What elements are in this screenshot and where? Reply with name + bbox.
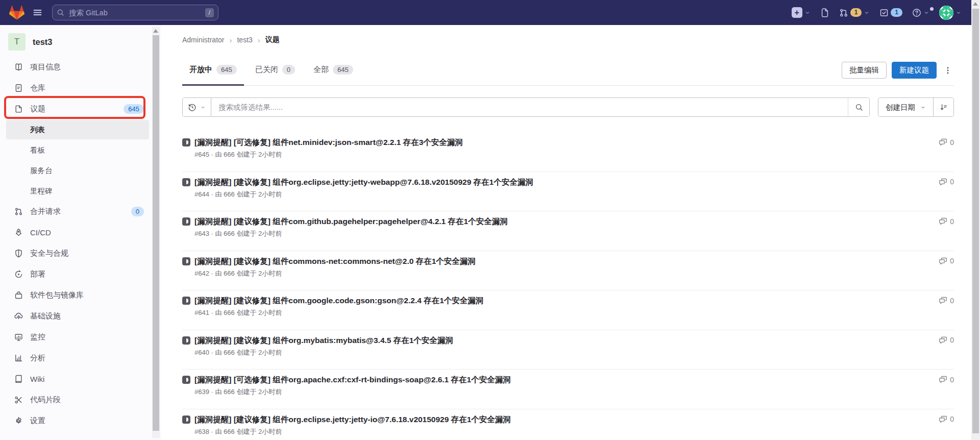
tab-全部[interactable]: 全部645 <box>306 65 360 86</box>
page-scrollbar-thumb[interactable] <box>972 9 979 433</box>
sidebar-item-monitor[interactable]: 监控 <box>6 327 149 348</box>
issue-comments-indicator[interactable]: 0 <box>939 257 954 265</box>
tab-label: 开放中 <box>189 65 212 75</box>
issue-meta: #640 · 由 666 创建于 2小时前 <box>194 348 939 357</box>
search-icon <box>57 9 64 16</box>
tab-开放中[interactable]: 开放中645 <box>182 65 244 86</box>
issue-row: [漏洞提醒] [建议修复] 组件com.google.code.gson:gso… <box>182 290 954 330</box>
tab-已关闭[interactable]: 已关闭0 <box>248 65 302 86</box>
help-button[interactable] <box>910 8 932 17</box>
issue-comments-indicator[interactable]: 0 <box>939 415 954 424</box>
scissors-icon <box>14 396 23 404</box>
issue-row: [漏洞提醒] [建议修复] 组件org.eclipse.jetty:jetty-… <box>182 172 954 212</box>
sidebar-item-merge-requests[interactable]: 合并请求 0 <box>6 201 149 222</box>
sidebar-scrollbar-thumb[interactable] <box>153 35 159 431</box>
issue-title-link[interactable]: [漏洞提醒] [建议修复] 组件org.eclipse.jetty:jetty-… <box>194 414 511 425</box>
new-issue-button[interactable]: 新建议题 <box>892 62 937 79</box>
sidebar-item-project-info[interactable]: 项目信息 <box>6 57 149 78</box>
issue-comments-indicator[interactable]: 0 <box>939 217 954 226</box>
filter-search-input[interactable] <box>211 98 848 116</box>
scroll-up-arrow-icon <box>973 2 978 6</box>
deploy-icon <box>14 270 23 279</box>
sidebar-item-milestones[interactable]: 里程碑 <box>6 181 149 201</box>
issue-title-link[interactable]: [漏洞提醒] [可选修复] 组件org.apache.cxf:cxf-rt-bi… <box>194 374 511 385</box>
sidebar-item-repository[interactable]: 仓库 <box>6 78 149 99</box>
sort-descending-icon <box>940 103 948 111</box>
issue-comments-indicator[interactable]: 0 <box>939 336 954 345</box>
sidebar-item-issues-list[interactable]: 列表 <box>6 120 149 139</box>
sidebar-item-packages[interactable]: 软件包与镜像库 <box>6 285 149 306</box>
comment-count: 0 <box>950 297 954 305</box>
sidebar-item-deployments[interactable]: 部署 <box>6 264 149 285</box>
comment-count: 0 <box>950 138 954 146</box>
sidebar-item-infrastructure[interactable]: 基础设施 <box>6 306 149 327</box>
tab-label: 已关闭 <box>255 65 278 75</box>
gitlab-logo[interactable] <box>9 5 24 20</box>
sidebar-item-snippets[interactable]: 代码片段 <box>6 389 149 410</box>
breadcrumb-item[interactable]: Administrator <box>182 36 224 44</box>
sidebar-item-cicd[interactable]: CI/CD <box>6 222 149 243</box>
issue-title-link[interactable]: [漏洞提醒] [建议修复] 组件org.mybatis:mybatis@3.4.… <box>194 335 453 346</box>
page-scrollbar[interactable] <box>971 0 980 440</box>
sidebar-item-security[interactable]: 安全与合规 <box>6 243 149 264</box>
bulk-edit-button[interactable]: 批量编辑 <box>842 62 887 79</box>
todos-button[interactable]: 1 <box>877 8 905 17</box>
issue-meta: #643 · 由 666 创建于 2小时前 <box>194 229 939 238</box>
issue-title-link[interactable]: [漏洞提醒] [建议修复] 组件org.eclipse.jetty:jetty-… <box>194 177 533 187</box>
issue-comments-indicator[interactable]: 0 <box>939 178 954 186</box>
comment-count: 0 <box>950 415 954 423</box>
issue-comments-indicator[interactable]: 0 <box>939 138 954 146</box>
sort-field-label: 创建日期 <box>886 103 915 112</box>
sidebar-item-analytics[interactable]: 分析 <box>6 348 149 369</box>
issue-title-link[interactable]: [漏洞提醒] [建议修复] 组件commons-net:commons-net@… <box>194 256 476 266</box>
recent-searches-button[interactable] <box>183 98 211 116</box>
issue-title-link[interactable]: [漏洞提醒] [可选修复] 组件net.minidev:json-smart@2… <box>194 137 463 148</box>
issue-meta: #642 · 由 666 创建于 2小时前 <box>194 269 939 278</box>
issue-row: [漏洞提醒] [建议修复] 组件com.github.pagehelper:pa… <box>182 211 954 251</box>
chevron-down-icon <box>804 10 811 16</box>
apply-search-button[interactable] <box>848 98 869 116</box>
sort-direction-button[interactable] <box>933 98 953 116</box>
tab-count-badge: 645 <box>333 65 353 75</box>
issue-meta: #638 · 由 666 创建于 2小时前 <box>194 427 939 436</box>
sidebar-item-settings[interactable]: 设置 <box>6 410 149 431</box>
sidebar-scrollbar[interactable] <box>152 27 160 438</box>
global-search-input[interactable] <box>68 8 205 17</box>
sidebar-item-wiki[interactable]: Wiki <box>6 369 149 389</box>
project-avatar: T <box>8 33 26 51</box>
sidebar-project-header[interactable]: T test3 <box>6 32 149 57</box>
mr-count-badge: 1 <box>850 8 862 17</box>
issue-title-link[interactable]: [漏洞提醒] [建议修复] 组件com.google.code.gson:gso… <box>194 295 483 306</box>
sort-field-dropdown[interactable]: 创建日期 <box>878 98 933 116</box>
todo-count-badge: 1 <box>891 8 902 17</box>
global-search-box[interactable]: / <box>52 5 218 20</box>
issue-comments-indicator[interactable]: 0 <box>939 296 954 305</box>
issue-type-icon <box>182 217 190 226</box>
issue-meta: #645 · 由 666 创建于 2小时前 <box>194 150 939 159</box>
comment-count: 0 <box>950 178 954 186</box>
issues-shortcut-button[interactable] <box>818 8 832 17</box>
book-icon <box>14 63 23 71</box>
issue-meta: #644 · 由 666 创建于 2小时前 <box>194 190 939 199</box>
user-menu-button[interactable] <box>937 6 964 20</box>
plus-icon: + <box>792 7 802 18</box>
chevron-down-icon <box>920 104 926 110</box>
breadcrumb-item[interactable]: test3 <box>237 36 252 44</box>
issue-row: [漏洞提醒] [建议修复] 组件org.mybatis:mybatis@3.4.… <box>182 330 954 370</box>
rocket-icon <box>14 228 23 237</box>
comments-icon <box>939 138 947 146</box>
merge-request-icon <box>839 8 848 17</box>
chart-icon <box>14 354 23 362</box>
hamburger-menu-icon[interactable] <box>29 4 46 21</box>
issue-meta: #639 · 由 666 创建于 2小时前 <box>194 387 939 397</box>
kebab-menu-icon[interactable] <box>942 62 954 79</box>
merge-requests-button[interactable]: 1 <box>837 8 873 17</box>
issue-comments-indicator[interactable]: 0 <box>939 375 954 384</box>
count-badge: 0 <box>131 207 144 216</box>
issue-row: [漏洞提醒] [建议修复] 组件org.eclipse.jetty:jetty-… <box>182 409 954 440</box>
new-menu-button[interactable]: + <box>789 7 813 18</box>
issue-title-link[interactable]: [漏洞提醒] [建议修复] 组件com.github.pagehelper:pa… <box>194 216 508 227</box>
sidebar-item-boards[interactable]: 看板 <box>6 140 149 160</box>
sidebar-item-issues[interactable]: 议题 645 <box>6 99 149 119</box>
sidebar-item-service-desk[interactable]: 服务台 <box>6 161 149 180</box>
